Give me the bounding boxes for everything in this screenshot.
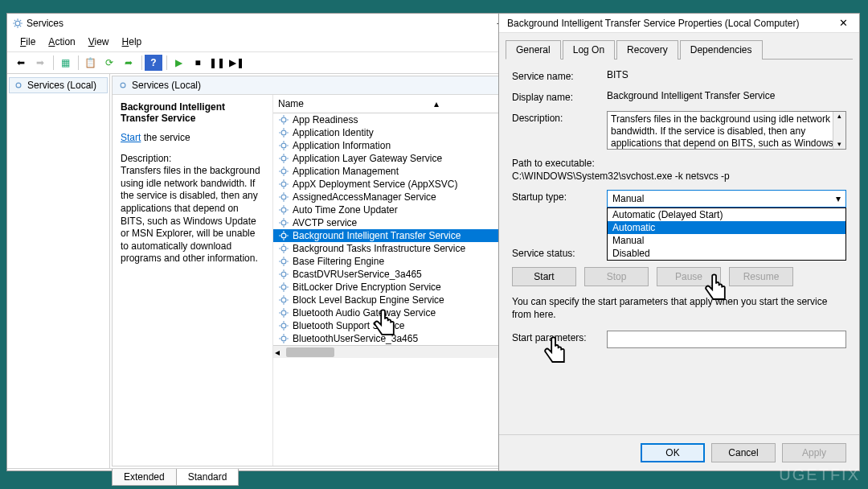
- gear-icon: [117, 80, 129, 91]
- svg-point-10: [121, 83, 125, 88]
- path-label: Path to executable:: [512, 158, 595, 169]
- description-text: Transfers files in the background using …: [121, 165, 264, 265]
- svg-line-8: [20, 19, 21, 20]
- gear-icon: [278, 140, 289, 151]
- stop-button[interactable]: ■: [189, 55, 207, 71]
- export-button[interactable]: ➦: [120, 55, 137, 71]
- option-delayed[interactable]: Automatic (Delayed Start): [608, 208, 845, 221]
- play-button[interactable]: ▶: [170, 55, 187, 71]
- svg-point-26: [281, 156, 286, 161]
- dialog-tabs: General Log On Recovery Dependencies: [506, 39, 853, 60]
- dialog-title: Background Intelligent Transfer Service …: [507, 18, 832, 29]
- gear-icon: [12, 18, 23, 29]
- svg-point-46: [281, 208, 286, 212]
- description-box: Transfers files in the background using …: [607, 111, 846, 150]
- detail-title: Background Intelligent Transfer Service: [121, 101, 264, 124]
- forward-button[interactable]: ➡: [31, 55, 49, 71]
- back-button[interactable]: ⬅: [12, 55, 30, 71]
- menu-view[interactable]: View: [82, 34, 116, 50]
- tab-general[interactable]: General: [506, 40, 561, 60]
- svg-point-0: [15, 21, 20, 26]
- help-button[interactable]: ?: [145, 55, 162, 71]
- svg-point-61: [281, 246, 286, 251]
- svg-point-21: [281, 143, 286, 148]
- scrollbar-vertical[interactable]: ▴▾: [833, 112, 845, 149]
- gear-icon: [278, 333, 289, 344]
- tab-extended[interactable]: Extended: [112, 469, 177, 486]
- start-params-label: Start parameters:: [512, 331, 600, 343]
- menu-file[interactable]: File: [14, 34, 42, 50]
- description-label: Description:: [121, 153, 264, 166]
- window-title: Services: [27, 18, 491, 29]
- gear-icon: [278, 153, 289, 164]
- svg-point-76: [281, 285, 286, 290]
- gear-icon: [278, 307, 289, 318]
- gear-icon: [278, 217, 289, 228]
- gear-icon: [13, 80, 24, 91]
- detail-pane: Background Intelligent Transfer Service …: [113, 95, 273, 466]
- tree-item-label: Services (Local): [27, 80, 96, 91]
- gear-icon: [278, 320, 289, 331]
- apply-button: Apply: [782, 443, 846, 462]
- pause-button: Pause: [657, 267, 721, 286]
- description-label: Description:: [512, 111, 600, 124]
- svg-point-96: [281, 336, 286, 341]
- svg-point-71: [281, 272, 286, 277]
- option-disabled[interactable]: Disabled: [608, 247, 845, 260]
- pause-button[interactable]: ❚❚: [208, 55, 226, 71]
- svg-point-16: [281, 130, 286, 135]
- watermark: UGETFIX: [779, 466, 860, 484]
- svg-line-5: [14, 19, 15, 20]
- option-manual[interactable]: Manual: [608, 234, 845, 247]
- svg-point-36: [281, 182, 286, 187]
- gear-icon: [278, 243, 289, 254]
- svg-point-56: [281, 233, 286, 238]
- display-name-label: Display name:: [512, 90, 600, 103]
- tab-logon[interactable]: Log On: [563, 40, 615, 60]
- ok-button[interactable]: OK: [641, 443, 705, 462]
- svg-point-31: [281, 169, 286, 174]
- show-hide-button[interactable]: ▦: [56, 55, 74, 71]
- svg-point-91: [281, 323, 286, 328]
- tab-recovery[interactable]: Recovery: [616, 40, 678, 60]
- display-name-value: Background Intelligent Transfer Service: [607, 90, 846, 101]
- restart-button[interactable]: ▶❚: [227, 55, 245, 71]
- service-name-value: BITS: [607, 69, 846, 80]
- resume-button: Resume: [729, 267, 793, 286]
- gear-icon: [278, 166, 289, 177]
- gear-icon: [278, 281, 289, 293]
- properties-button[interactable]: 📋: [81, 55, 99, 71]
- properties-dialog: Background Intelligent Transfer Service …: [498, 13, 860, 471]
- gear-icon: [278, 114, 289, 125]
- svg-point-11: [281, 117, 286, 122]
- start-link[interactable]: Start: [121, 132, 141, 143]
- path-value: C:\WINDOWS\System32\svchost.exe -k netsv…: [512, 171, 730, 182]
- start-params-input[interactable]: [607, 331, 846, 348]
- stop-button: Stop: [584, 267, 649, 286]
- service-name-label: Service name:: [512, 69, 600, 82]
- service-status-label: Service status:: [512, 246, 600, 259]
- tab-standard[interactable]: Standard: [176, 469, 240, 486]
- menu-action[interactable]: Action: [42, 34, 81, 50]
- svg-line-6: [20, 25, 21, 26]
- svg-point-86: [281, 310, 286, 315]
- gear-icon: [278, 127, 289, 138]
- option-automatic[interactable]: Automatic: [608, 221, 845, 234]
- svg-point-41: [281, 195, 286, 199]
- tree-item-services-local[interactable]: Services (Local): [9, 77, 108, 93]
- startup-type-dropdown: Automatic (Delayed Start) Automatic Manu…: [607, 208, 846, 261]
- start-button[interactable]: Start: [512, 267, 576, 286]
- menu-help[interactable]: Help: [116, 34, 149, 50]
- svg-point-51: [281, 220, 286, 225]
- tab-dependencies[interactable]: Dependencies: [680, 40, 763, 60]
- tree-pane: Services (Local): [7, 74, 110, 468]
- close-icon[interactable]: ✕: [832, 17, 854, 29]
- gear-icon: [278, 230, 289, 241]
- gear-icon: [278, 256, 289, 267]
- cancel-button[interactable]: Cancel: [711, 443, 776, 462]
- startup-type-label: Startup type:: [512, 190, 600, 203]
- gear-icon: [278, 269, 289, 280]
- gear-icon: [278, 179, 289, 190]
- startup-type-select[interactable]: Manual ▾: [607, 190, 846, 208]
- refresh-button[interactable]: ⟳: [100, 55, 118, 71]
